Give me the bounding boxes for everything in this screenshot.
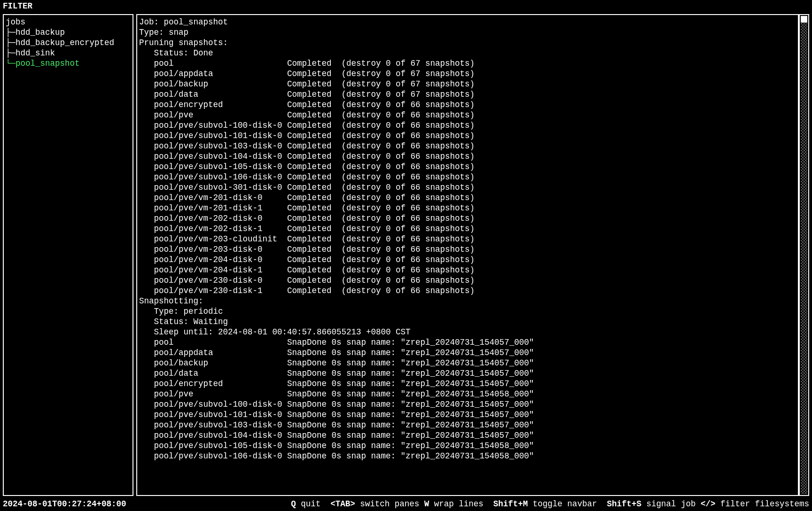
pruning-row: pool Completed (destroy 0 of 67 snapshot… <box>139 58 796 69</box>
job-line: Job: pool_snapshot <box>139 17 796 27</box>
sidebar-item-hdd_backup_encrypted[interactable]: ├─hdd_backup_encrypted <box>6 38 131 48</box>
hint-key: </> <box>701 499 716 509</box>
pruning-row: pool/pve/subvol-103-disk-0 Completed (de… <box>139 141 796 151</box>
hint-key: Q <box>291 499 296 509</box>
sidebar-item-hdd_sink[interactable]: ├─hdd_sink <box>6 48 131 58</box>
snapshot-row: pool/pve/subvol-105-disk-0 SnapDone 0s s… <box>139 441 796 451</box>
snapshot-row: pool/backup SnapDone 0s snap name: "zrep… <box>139 358 796 368</box>
status-timestamp: 2024-08-01T00:27:24+08:00 <box>3 499 126 509</box>
pruning-header: Pruning snapshots: <box>139 38 796 48</box>
hint-desc: quit <box>296 499 331 509</box>
pruning-row: pool/pve/subvol-101-disk-0 Completed (de… <box>139 131 796 141</box>
snapshot-row: pool/pve/subvol-100-disk-0 SnapDone 0s s… <box>139 399 796 410</box>
snapshot-row: pool/encrypted SnapDone 0s snap name: "z… <box>139 379 796 389</box>
filter-bar[interactable]: FILTER <box>0 0 812 12</box>
tree-branch-icon: └─ <box>6 59 16 68</box>
type-line: Type: snap <box>139 27 796 38</box>
sidebar-item-label: hdd_sink <box>16 48 55 58</box>
hint-key: Shift+M <box>493 499 528 509</box>
hint-key: <TAB> <box>330 499 355 509</box>
status-bar: 2024-08-01T00:27:24+08:00 Q quit <TAB> s… <box>0 498 812 511</box>
snapshot-row: pool/pve/subvol-101-disk-0 SnapDone 0s s… <box>139 410 796 420</box>
sidebar-item-pool_snapshot[interactable]: └─pool_snapshot <box>6 58 131 69</box>
pruning-row: pool/pve/subvol-106-disk-0 Completed (de… <box>139 172 796 182</box>
scrollbar[interactable] <box>799 14 809 496</box>
scrollbar-thumb[interactable] <box>801 16 807 23</box>
snapshot-row: pool SnapDone 0s snap name: "zrepl_20240… <box>139 337 796 348</box>
pruning-status: Status: Done <box>139 48 796 58</box>
pruning-row: pool/pve/subvol-100-disk-0 Completed (de… <box>139 120 796 131</box>
hint-desc: signal job <box>641 499 701 509</box>
snapshot-row: pool/appdata SnapDone 0s snap name: "zre… <box>139 348 796 358</box>
sidebar-item-hdd_backup[interactable]: ├─hdd_backup <box>6 27 131 38</box>
jobs-pane[interactable]: jobs ├─hdd_backup├─hdd_backup_encrypted├… <box>3 14 133 496</box>
pruning-row: pool/pve/vm-230-disk-0 Completed (destro… <box>139 275 796 286</box>
hint-desc: wrap lines <box>429 499 493 509</box>
hint-desc: toggle navbar <box>528 499 607 509</box>
filter-title: FILTER <box>3 1 32 11</box>
scrollbar-track[interactable] <box>801 16 807 494</box>
hint-key: Shift+S <box>607 499 641 509</box>
pruning-row: pool/pve Completed (destroy 0 of 66 snap… <box>139 110 796 120</box>
tree-branch-icon: ├─ <box>6 28 16 37</box>
snapshot-row: pool/pve SnapDone 0s snap name: "zrepl_2… <box>139 389 796 399</box>
pruning-row: pool/pve/vm-204-disk-0 Completed (destro… <box>139 255 796 265</box>
pruning-row: pool/pve/vm-202-disk-0 Completed (destro… <box>139 213 796 224</box>
pruning-row: pool/pve/vm-202-disk-1 Completed (destro… <box>139 224 796 234</box>
sidebar-item-label: hdd_backup_encrypted <box>16 38 114 47</box>
pruning-row: pool/pve/subvol-301-disk-0 Completed (de… <box>139 182 796 193</box>
pruning-row: pool/pve/subvol-104-disk-0 Completed (de… <box>139 151 796 162</box>
sidebar-item-label: hdd_backup <box>16 28 65 37</box>
hint-desc: filter filesystems <box>715 499 809 509</box>
detail-pane[interactable]: Job: pool_snapshotType: snapPruning snap… <box>136 14 799 496</box>
pruning-row: pool/pve/vm-230-disk-1 Completed (destro… <box>139 286 796 296</box>
jobs-tree-header: jobs <box>6 17 131 27</box>
snapshot-row: pool/data SnapDone 0s snap name: "zrepl_… <box>139 368 796 379</box>
snapshotting-type: Type: periodic <box>139 306 796 317</box>
pruning-row: pool/encrypted Completed (destroy 0 of 6… <box>139 100 796 110</box>
tree-branch-icon: ├─ <box>6 38 16 47</box>
snapshotting-sleep: Sleep until: 2024-08-01 00:40:57.8660552… <box>139 327 796 337</box>
sidebar-item-label: pool_snapshot <box>16 59 80 68</box>
tree-branch-icon: ├─ <box>6 48 16 58</box>
snapshot-row: pool/pve/subvol-104-disk-0 SnapDone 0s s… <box>139 430 796 441</box>
snapshotting-status: Status: Waiting <box>139 317 796 327</box>
pruning-row: pool/pve/vm-203-cloudinit Completed (des… <box>139 234 796 244</box>
hint-desc: switch panes <box>355 499 424 509</box>
hint-key: W <box>424 499 429 509</box>
pruning-row: pool/pve/vm-201-disk-0 Completed (destro… <box>139 193 796 203</box>
pruning-row: pool/data Completed (destroy 0 of 67 sna… <box>139 89 796 100</box>
snapshot-row: pool/pve/subvol-106-disk-0 SnapDone 0s s… <box>139 451 796 461</box>
pruning-row: pool/pve/subvol-105-disk-0 Completed (de… <box>139 162 796 172</box>
snapshotting-header: Snapshotting: <box>139 296 796 306</box>
pruning-row: pool/pve/vm-201-disk-1 Completed (destro… <box>139 203 796 213</box>
pruning-row: pool/backup Completed (destroy 0 of 67 s… <box>139 79 796 89</box>
pruning-row: pool/pve/vm-204-disk-1 Completed (destro… <box>139 265 796 275</box>
pruning-row: pool/pve/vm-203-disk-0 Completed (destro… <box>139 244 796 255</box>
pruning-row: pool/appdata Completed (destroy 0 of 67 … <box>139 69 796 79</box>
snapshot-row: pool/pve/subvol-103-disk-0 SnapDone 0s s… <box>139 420 796 430</box>
